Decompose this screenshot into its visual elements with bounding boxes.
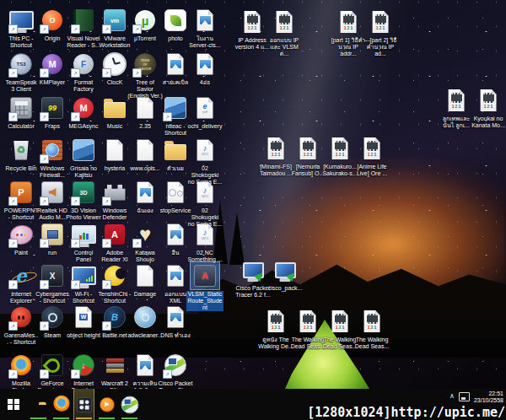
- taskbar-active-app[interactable]: [73, 389, 94, 420]
- desktop-icon-imgfile[interactable]: 4อธ: [186, 51, 223, 86]
- mp3-icon: ♪MP3: [197, 140, 213, 161]
- shortcut-arrow-icon: ↗: [8, 68, 18, 78]
- shortcut-arrow-icon: ↗: [71, 280, 80, 289]
- tray-display-icon[interactable]: [459, 392, 470, 401]
- stopsvc-icon: [168, 182, 184, 203]
- desktop-icon-ciscopt[interactable]: ↗Cisco Packet Tracer Stu...: [157, 352, 194, 394]
- media-icon: 121: [268, 310, 284, 332]
- taskbar-packet-tracer[interactable]: [119, 389, 140, 420]
- desktop-icon-epdf[interactable]: epdfochi_delivery: [186, 94, 223, 130]
- shortcut-arrow-icon: ↗: [102, 321, 111, 331]
- shortcut-arrow-icon: ↗: [71, 197, 80, 206]
- photoapp-icon: [164, 9, 186, 31]
- media-icon: 121: [341, 11, 357, 33]
- file-icon: [137, 266, 153, 287]
- desktop-icon-media[interactable]: 121The Walking Dead Seas...: [353, 308, 390, 350]
- icon-label: Kyoukai no Kanata Mo...: [470, 116, 506, 129]
- shortcut-arrow-icon: ↗: [40, 369, 49, 379]
- desktop-screen: ↗This PC - ShortcutO↗Origin↗Visual Novel…: [0, 0, 506, 420]
- shot-icon: [73, 139, 94, 161]
- imgfile-icon: [137, 355, 153, 376]
- watermark: [1280x1024]http://upic.me/: [307, 405, 505, 420]
- desktop-icon-mp3[interactable]: ♪MP302 NC Something ...: [186, 221, 223, 263]
- icon-label: KMPlayer: [39, 79, 66, 86]
- imgfile-icon: [168, 54, 184, 75]
- desktop-icon-media[interactable]: 121Kyoukai no Kanata Mo...: [470, 87, 506, 129]
- icon-label: ออกแบบ IP และ VLSM ต...: [266, 37, 303, 57]
- desktop-icon-ciscoinst[interactable]: cisco_pack...: [266, 256, 304, 292]
- shortcut-arrow-icon: ↗: [71, 24, 80, 34]
- shortcut-arrow-icon: ↗: [71, 68, 80, 78]
- media-icon: 121: [268, 137, 284, 159]
- taskbar-potplayer[interactable]: ▶: [96, 389, 117, 420]
- shortcut-arrow-icon: ↗: [132, 239, 142, 248]
- icon-label: Recycle Bin: [5, 165, 38, 172]
- taskbar-firefox[interactable]: [51, 389, 72, 420]
- desktop-icon-media[interactable]: 121[Anime Life Live] Ore ...: [353, 135, 390, 177]
- start-button[interactable]: [0, 389, 27, 420]
- shortcut-arrow-icon: ↗: [132, 24, 142, 34]
- tray-chevron-icon[interactable]: ∧: [449, 392, 455, 401]
- icon-label: MEGAsync: [67, 123, 99, 130]
- icon-label: ตัวเนย: [166, 165, 185, 172]
- imgfile-icon: [197, 54, 213, 75]
- shortcut-arrow-icon: ↗: [40, 239, 49, 248]
- shortcut-arrow-icon: ↗: [40, 197, 49, 206]
- shortcut-arrow-icon: ↗: [102, 68, 111, 78]
- desktop-icon-imgfile[interactable]: DNS ทำเอง: [157, 304, 194, 339]
- taskbar-file-explorer[interactable]: [28, 389, 49, 420]
- clock-time: 22:51: [474, 390, 503, 397]
- icon-label: DNS ทำเอง: [159, 332, 191, 339]
- desktop-icon-media[interactable]: 121ออกแบบ IP และ VLSM ต...: [266, 8, 303, 57]
- shortcut-arrow-icon: ↗: [163, 112, 172, 121]
- shortcut-arrow-icon: ↗: [8, 24, 18, 34]
- clock-date: 23/10/2558: [474, 397, 503, 404]
- desktop-icon-layer: ↗This PC - ShortcutO↗Origin↗Visual Novel…: [0, 0, 506, 389]
- icon-label: 02 NC Something ...: [186, 250, 223, 263]
- icon-label: ochi_delivery: [187, 123, 223, 130]
- ciscoinst-icon: [274, 260, 296, 280]
- shortcut-arrow-icon: ↗: [102, 239, 111, 248]
- shortcut-arrow-icon: ↗: [40, 68, 49, 78]
- windows-logo-icon: [8, 399, 19, 411]
- media-icon: 121: [277, 11, 293, 33]
- media-icon: 121: [245, 11, 261, 33]
- shortcut-arrow-icon: ↗: [40, 24, 49, 34]
- taskbar-items: ▶: [27, 389, 141, 420]
- icon-label: Music: [106, 123, 123, 130]
- imgfile-icon: [168, 266, 184, 287]
- shortcut-arrow-icon: ↗: [40, 280, 49, 289]
- media-icon: 121: [364, 310, 380, 332]
- shortcut-arrow-icon: ↗: [40, 321, 49, 331]
- icon-label: The Walking Dead Seas...: [353, 337, 390, 350]
- shortcut-arrow-icon: ↗: [163, 369, 172, 379]
- taskbar-clock[interactable]: 22:51 23/10/2558: [474, 390, 503, 404]
- icon-label: Fraps: [44, 123, 61, 130]
- media-icon: 121: [300, 310, 316, 332]
- icon-label: ใบงาน Server-cis...: [186, 35, 223, 49]
- icon-label: สายเคเบิล: [162, 79, 190, 86]
- icon-label: ฉันเอง: [136, 207, 154, 214]
- shortcut-arrow-icon: ↗: [8, 239, 18, 248]
- icon-label: Calculator: [7, 123, 35, 130]
- pot-icon: ▶: [100, 397, 115, 412]
- shortcut-arrow-icon: ↗: [8, 321, 18, 331]
- media-icon: 121: [332, 310, 348, 332]
- imgfile-icon: [137, 182, 153, 203]
- icon-label: 4อธ: [199, 79, 211, 86]
- icon-label: Paint: [13, 250, 29, 256]
- desktop-icon-imgfile[interactable]: ใบงาน Server-cis...: [186, 7, 223, 49]
- icon-label: cisco_pack...: [267, 285, 303, 292]
- shortcut-arrow-icon: ↗: [8, 369, 18, 379]
- desktop-icon-media[interactable]: 121---[part 2] วิธี คำนวณ IP ad...: [362, 8, 399, 57]
- file-icon: [137, 140, 153, 161]
- imgfile-icon: [168, 224, 184, 245]
- icon-label: ---[part 2] วิธี คำนวณ IP ad...: [362, 37, 399, 57]
- shortcut-arrow-icon: ↗: [71, 369, 80, 379]
- shortcut-arrow-icon: ↗: [102, 280, 111, 289]
- folder-icon: [164, 140, 186, 160]
- bin-icon: ♻: [13, 141, 30, 160]
- shortcut-arrow-icon: ↗: [102, 197, 111, 206]
- media-icon: 121: [449, 89, 465, 111]
- adw-icon: [134, 306, 156, 328]
